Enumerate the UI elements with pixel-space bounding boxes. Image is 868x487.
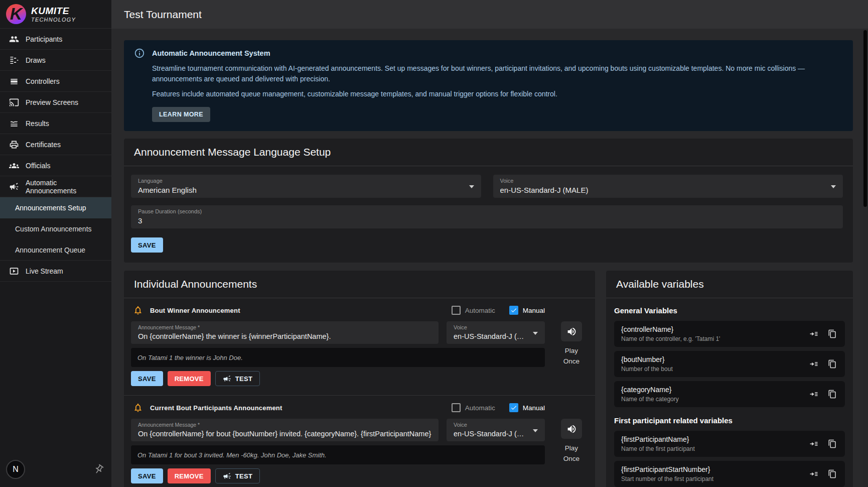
user-avatar[interactable]: N bbox=[6, 460, 25, 479]
available-variables-title: Available variables bbox=[616, 278, 843, 290]
insert-icon bbox=[809, 359, 818, 369]
copy-variable-button[interactable] bbox=[827, 438, 838, 449]
dropdown-arrow-icon bbox=[831, 185, 836, 188]
announcement-preview: On Tatami 1 the winner is John Doe. bbox=[131, 348, 545, 367]
megaphone-icon bbox=[223, 375, 231, 383]
manual-label: Manual bbox=[523, 307, 545, 314]
save-button[interactable]: SAVE bbox=[131, 468, 163, 483]
insert-variable-button[interactable] bbox=[808, 438, 819, 449]
sidebar-item-results[interactable]: Results bbox=[0, 113, 111, 134]
announcement-voice-select[interactable]: Voice en-US-Standard-J (MALE) bbox=[447, 419, 545, 441]
automatic-label: Automatic bbox=[465, 404, 495, 412]
banner-paragraph-1: Streamline tournament communication with… bbox=[152, 63, 843, 84]
variable-description: Start number of the first participant bbox=[621, 475, 803, 482]
variable-description: Number of the bout bbox=[621, 366, 803, 373]
announcement-title: Current Bout Participants Announcement bbox=[150, 404, 282, 412]
sidebar-subitem-label: Announcements Setup bbox=[15, 204, 86, 212]
page-header: Test Tournament bbox=[111, 0, 868, 29]
language-save-button[interactable]: SAVE bbox=[131, 237, 163, 253]
sidebar-subitem-announcement-queue[interactable]: Announcement Queue bbox=[0, 239, 111, 261]
play-once-button[interactable] bbox=[561, 321, 582, 341]
scrollbar-thumb[interactable] bbox=[863, 30, 867, 207]
variable-name: {categoryName} bbox=[621, 386, 803, 394]
announcement-voice-select[interactable]: Voice en-US-Standard-J (MALE) bbox=[447, 321, 545, 344]
announcement-message-value: On {controllerName} the winner is {winne… bbox=[138, 332, 431, 340]
sidebar-item-controllers[interactable]: Controllers bbox=[0, 71, 111, 92]
remove-button[interactable]: REMOVE bbox=[168, 468, 211, 483]
sidebar-item-automatic-announcements[interactable]: Automatic Announcements bbox=[0, 176, 111, 197]
copy-variable-button[interactable] bbox=[827, 328, 838, 339]
announcement-item-current-bout: Current Bout Participants Announcement A… bbox=[124, 395, 595, 487]
sidebar-item-preview-screens[interactable]: Preview Screens bbox=[0, 92, 111, 113]
insert-variable-button[interactable] bbox=[808, 389, 819, 400]
brand-name: KUMITE bbox=[31, 6, 76, 16]
sidebar-item-certificates[interactable]: Certificates bbox=[0, 134, 111, 155]
insert-icon bbox=[809, 390, 818, 399]
announcement-title: Bout Winner Announcement bbox=[150, 307, 240, 314]
announcement-preview-text: On Tatami 1 the winner is John Doe. bbox=[137, 354, 243, 361]
pause-duration-input[interactable]: Pause Duration (seconds) 3 bbox=[131, 205, 843, 228]
variable-group-first-participant: First participant related variables {fir… bbox=[614, 416, 845, 487]
available-variables-card: Available variables General Variables {c… bbox=[606, 271, 853, 487]
rows-icon bbox=[9, 76, 20, 87]
test-button[interactable]: TEST bbox=[215, 371, 260, 386]
announcement-message-value: On {controllerName} for bout {boutNumber… bbox=[138, 430, 431, 438]
pin-sidebar-icon[interactable] bbox=[93, 464, 104, 475]
copy-icon bbox=[828, 329, 837, 338]
sidebar-item-label: Officials bbox=[26, 162, 51, 170]
language-select-label: Language bbox=[138, 178, 474, 184]
sidebar-item-live-stream[interactable]: Live Stream bbox=[0, 261, 111, 282]
insert-icon bbox=[809, 439, 818, 448]
pause-duration-value: 3 bbox=[138, 216, 836, 225]
sidebar-item-label: Participants bbox=[26, 35, 62, 43]
test-button[interactable]: TEST bbox=[215, 468, 260, 483]
page-title: Test Tournament bbox=[124, 9, 202, 21]
copy-variable-button[interactable] bbox=[827, 389, 838, 400]
copy-variable-button[interactable] bbox=[827, 358, 838, 370]
insert-variable-button[interactable] bbox=[808, 468, 819, 479]
group-icon bbox=[9, 34, 20, 45]
insert-icon bbox=[809, 469, 818, 478]
variable-group-general: General Variables {controllerName} Name … bbox=[614, 306, 845, 407]
language-select[interactable]: Language American English bbox=[131, 175, 481, 198]
sidebar-item-participants[interactable]: Participants bbox=[0, 29, 111, 50]
sidebar-item-draws[interactable]: Draws bbox=[0, 50, 111, 71]
learn-more-button[interactable]: LEARN MORE bbox=[152, 107, 210, 122]
play-once-button[interactable] bbox=[561, 419, 582, 439]
checkbox-unchecked bbox=[452, 403, 461, 412]
brand-logo[interactable]: K KUMITE TECHNOLOGY bbox=[0, 0, 111, 29]
sidebar-subitem-announcements-setup[interactable]: Announcements Setup bbox=[0, 197, 111, 218]
variable-row: {firstParticipantName} Name of the first… bbox=[614, 431, 845, 457]
brand-tagline: TECHNOLOGY bbox=[31, 17, 76, 23]
groups-icon bbox=[9, 160, 20, 171]
copy-icon bbox=[828, 469, 837, 478]
announcement-message-input[interactable]: Announcement Message * On {controllerNam… bbox=[131, 321, 439, 344]
voice-select-value: en-US-Standard-J (MALE) bbox=[500, 186, 836, 194]
sidebar-item-officials[interactable]: Officials bbox=[0, 155, 111, 176]
vertical-scrollbar[interactable] bbox=[863, 29, 868, 487]
sidebar-subitem-custom-announcements[interactable]: Custom Announcements bbox=[0, 218, 111, 239]
copy-variable-button[interactable] bbox=[827, 468, 838, 479]
variable-row: {boutNumber} Number of the bout bbox=[614, 351, 845, 377]
manual-checkbox[interactable]: Manual bbox=[509, 403, 545, 412]
live-tv-icon bbox=[9, 266, 20, 277]
automatic-checkbox[interactable]: Automatic bbox=[452, 403, 495, 412]
main-area: Test Tournament Automatic Announcement S… bbox=[111, 0, 868, 487]
insert-variable-button[interactable] bbox=[808, 328, 819, 339]
avatar-letter: N bbox=[13, 465, 19, 474]
save-button[interactable]: SAVE bbox=[131, 371, 163, 386]
voice-select[interactable]: Voice en-US-Standard-J (MALE) bbox=[493, 175, 843, 198]
speaker-icon bbox=[566, 424, 577, 434]
sidebar-bottom: N bbox=[0, 455, 111, 487]
insert-variable-button[interactable] bbox=[808, 358, 819, 370]
copy-icon bbox=[828, 439, 837, 448]
page-content: Automatic Announcement System Streamline… bbox=[111, 29, 868, 487]
automatic-checkbox[interactable]: Automatic bbox=[452, 306, 495, 315]
announcement-message-input[interactable]: Announcement Message * On {controllerNam… bbox=[131, 419, 439, 441]
remove-button[interactable]: REMOVE bbox=[168, 371, 211, 386]
variable-description: Name of the first participant bbox=[621, 445, 803, 452]
manual-checkbox[interactable]: Manual bbox=[509, 306, 545, 315]
sidebar-item-label: Automatic Announcements bbox=[26, 179, 106, 195]
announcement-message-label: Announcement Message * bbox=[138, 422, 431, 428]
individual-announcements-card: Individual Announcements Bout Winner Ann… bbox=[124, 271, 595, 487]
